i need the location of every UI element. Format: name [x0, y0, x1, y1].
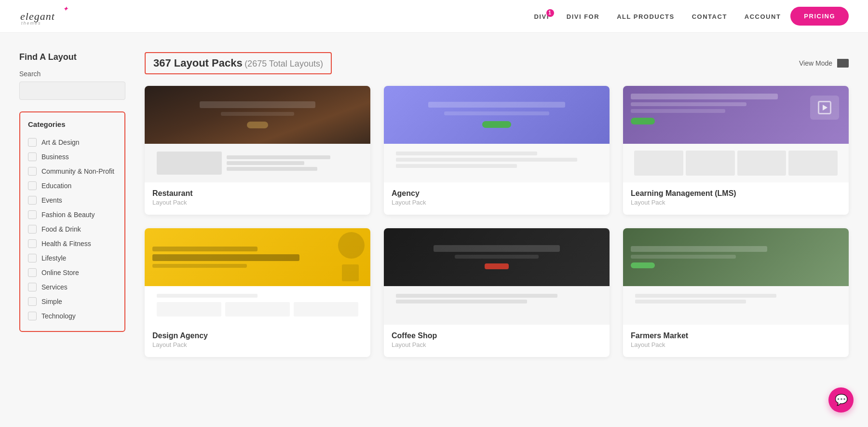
nav-item-account[interactable]: ACCOUNT [745, 12, 781, 21]
svg-rect-3 [837, 59, 842, 63]
layout-grid: Restaurant Layout Pack Agen [145, 86, 849, 357]
category-label-online-store: Online Store [41, 269, 79, 276]
category-label-business: Business [41, 153, 69, 161]
card-preview-bottom-farmers-market [623, 286, 849, 325]
card-preview-top-lms [623, 86, 849, 144]
category-checkbox-food-drink[interactable] [28, 225, 37, 234]
search-input[interactable] [19, 82, 125, 100]
category-checkbox-education[interactable] [28, 181, 37, 190]
card-preview-bottom-coffee-shop [384, 286, 610, 325]
card-info-lms: Learning Management (LMS) Layout Pack [623, 182, 849, 215]
card-info-restaurant: Restaurant Layout Pack [145, 182, 370, 215]
category-item-simple[interactable]: Simple [28, 294, 117, 309]
category-label-health-fitness: Health & Fitness [41, 240, 91, 248]
view-mode-control[interactable]: View Mode [799, 59, 849, 68]
category-label-fashion-beauty: Fashion & Beauty [41, 211, 95, 219]
category-item-food-drink[interactable]: Food & Drink [28, 222, 117, 236]
nav-link-divi[interactable]: DIVI 1 [534, 13, 549, 20]
pricing-button[interactable]: PRICING [790, 7, 849, 26]
nav-links: DIVI 1 DIVI FOR ALL PRODUCTS CONTACT ACC… [534, 12, 781, 21]
nav-link-account[interactable]: ACCOUNT [745, 13, 781, 20]
category-item-community-non-profit[interactable]: Community & Non-Profit [28, 164, 117, 179]
layout-count-box: 367 Layout Packs (2675 Total Layouts) [145, 52, 332, 74]
nav-item-divi-for[interactable]: DIVI FOR [567, 12, 599, 21]
card-type-agency: Layout Pack [392, 199, 602, 206]
card-preview-bottom-agency [384, 144, 610, 182]
layout-card-coffee-shop[interactable]: Coffee Shop Layout Pack [384, 228, 610, 357]
grid-icon [837, 59, 849, 68]
card-preview-top-farmers-market [623, 228, 849, 286]
categories-box: Categories Art & Design Business Communi… [19, 111, 125, 332]
category-checkbox-business[interactable] [28, 152, 37, 161]
category-label-lifestyle: Lifestyle [41, 254, 66, 262]
card-preview-top-design-agency [145, 228, 370, 286]
category-checkbox-services[interactable] [28, 283, 37, 291]
category-checkbox-lifestyle[interactable] [28, 254, 37, 262]
category-checkbox-events[interactable] [28, 196, 37, 205]
svg-rect-4 [843, 59, 848, 63]
category-checkbox-fashion-beauty[interactable] [28, 210, 37, 219]
category-item-technology[interactable]: Technology [28, 309, 117, 323]
nav-item-divi[interactable]: DIVI 1 [534, 12, 549, 21]
category-label-art-design: Art & Design [41, 138, 80, 146]
card-preview-restaurant [145, 86, 370, 182]
content-header: 367 Layout Packs (2675 Total Layouts) Vi… [145, 52, 849, 74]
nav-link-all-products[interactable]: ALL PRODUCTS [617, 13, 675, 20]
sidebar: Find A Layout Search Categories Art & De… [19, 52, 125, 357]
category-checkbox-simple[interactable] [28, 297, 37, 306]
card-preview-design-agency [145, 228, 370, 325]
category-item-education[interactable]: Education [28, 179, 117, 193]
category-checkbox-online-store[interactable] [28, 268, 37, 277]
category-item-fashion-beauty[interactable]: Fashion & Beauty [28, 207, 117, 222]
card-preview-top-coffee-shop [384, 228, 610, 286]
category-item-events[interactable]: Events [28, 193, 117, 207]
category-item-lifestyle[interactable]: Lifestyle [28, 251, 117, 265]
card-info-agency: Agency Layout Pack [384, 182, 610, 215]
navbar: elegant ✦ themes DIVI 1 DIVI FOR ALL PRO… [0, 0, 868, 33]
layout-card-lms[interactable]: Learning Management (LMS) Layout Pack [623, 86, 849, 215]
category-label-community-non-profit: Community & Non-Profit [41, 167, 114, 175]
svg-rect-5 [837, 64, 842, 68]
logo-svg: elegant ✦ themes [19, 5, 77, 25]
category-label-services: Services [41, 283, 68, 291]
svg-rect-6 [843, 64, 848, 68]
category-item-art-design[interactable]: Art & Design [28, 135, 117, 150]
category-item-services[interactable]: Services [28, 280, 117, 294]
card-preview-bottom-design-agency [145, 286, 370, 325]
view-mode-icon[interactable] [837, 59, 849, 68]
logo[interactable]: elegant ✦ themes [19, 5, 77, 28]
card-type-farmers-market: Layout Pack [631, 341, 841, 348]
category-checkbox-technology[interactable] [28, 312, 37, 320]
categories-title: Categories [28, 120, 117, 128]
category-label-food-drink: Food & Drink [41, 225, 81, 233]
category-item-business[interactable]: Business [28, 150, 117, 164]
categories-list: Art & Design Business Community & Non-Pr… [28, 135, 117, 323]
layout-card-restaurant[interactable]: Restaurant Layout Pack [145, 86, 370, 215]
sidebar-title: Find A Layout [19, 52, 125, 62]
card-info-design-agency: Design Agency Layout Pack [145, 325, 370, 357]
category-label-events: Events [41, 196, 62, 204]
divi-badge-wrap: DIVI 1 [534, 13, 549, 20]
card-name-coffee-shop: Coffee Shop [392, 331, 602, 340]
category-checkbox-art-design[interactable] [28, 138, 37, 147]
nav-item-contact[interactable]: CONTACT [692, 12, 727, 21]
card-name-agency: Agency [392, 189, 602, 198]
card-name-lms: Learning Management (LMS) [631, 189, 841, 198]
layout-card-agency[interactable]: Agency Layout Pack [384, 86, 610, 215]
nav-link-contact[interactable]: CONTACT [692, 13, 727, 20]
nav-link-divi-for[interactable]: DIVI FOR [567, 13, 599, 20]
card-preview-farmers-market [623, 228, 849, 325]
category-item-health-fitness[interactable]: Health & Fitness [28, 236, 117, 251]
layout-card-farmers-market[interactable]: Farmers Market Layout Pack [623, 228, 849, 357]
category-checkbox-health-fitness[interactable] [28, 239, 37, 248]
card-preview-coffee-shop [384, 228, 610, 325]
nav-item-all-products[interactable]: ALL PRODUCTS [617, 12, 675, 21]
category-item-online-store[interactable]: Online Store [28, 265, 117, 280]
card-type-lms: Layout Pack [631, 199, 841, 206]
category-label-simple: Simple [41, 298, 62, 305]
page-wrapper: Find A Layout Search Categories Art & De… [0, 33, 868, 376]
layout-card-design-agency[interactable]: Design Agency Layout Pack [145, 228, 370, 357]
category-checkbox-community-non-profit[interactable] [28, 167, 37, 176]
card-preview-top-agency [384, 86, 610, 144]
card-info-farmers-market: Farmers Market Layout Pack [623, 325, 849, 357]
